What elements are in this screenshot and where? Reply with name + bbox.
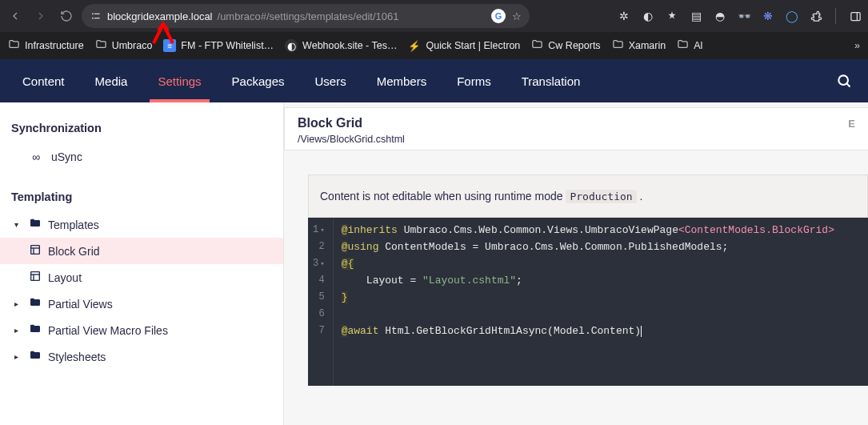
- template-icon: [29, 270, 42, 285]
- bookmark-item[interactable]: Al: [677, 38, 702, 53]
- extensions-menu-icon[interactable]: [808, 8, 824, 24]
- bookmark-item[interactable]: ⚡Quick Start | Electron: [408, 40, 520, 52]
- tree-item-stylesheets[interactable]: ▸Stylesheets: [0, 343, 283, 370]
- bookmark-item[interactable]: Xamarin: [612, 38, 666, 53]
- bookmark-label: Quick Start | Electron: [426, 40, 520, 51]
- bookmark-label: Webhook.site - Tes…: [302, 40, 397, 51]
- content-pane: Block Grid E /Views/BlockGrid.cshtml Con…: [284, 102, 868, 425]
- bookmark-item[interactable]: ≡FM - FTP Whitelist…: [163, 39, 274, 52]
- notice-post: .: [637, 190, 643, 202]
- ext-icon-2[interactable]: ◐: [640, 8, 656, 24]
- tree-item-block-grid[interactable]: Block Grid: [0, 238, 283, 264]
- folder-icon: [612, 38, 624, 53]
- bolt-icon: ⚡: [408, 40, 421, 52]
- bookmark-label: FM - FTP Whitelist…: [181, 40, 274, 51]
- caret-icon: ▾: [14, 220, 22, 229]
- svg-rect-4: [850, 12, 859, 20]
- nav-tab-members[interactable]: Members: [362, 59, 442, 102]
- bookmark-star-icon[interactable]: ☆: [512, 10, 522, 22]
- svg-point-2: [92, 18, 94, 19]
- nav-tab-settings[interactable]: Settings: [143, 59, 215, 102]
- ext-icon-8[interactable]: ◯: [784, 8, 800, 24]
- sidebar: Synchronization ∞ uSync Templating ▾Temp…: [0, 102, 284, 425]
- ext-icon-6[interactable]: 👓: [736, 8, 752, 24]
- nav-tab-content[interactable]: Content: [8, 59, 79, 102]
- google-icon[interactable]: G: [491, 9, 506, 23]
- readonly-notice: Content is not editable when using runti…: [308, 174, 868, 218]
- bookmarks-bar: InfrastructureUmbraco≡FM - FTP Whitelist…: [0, 32, 868, 59]
- bookmarks-overflow[interactable]: »: [854, 40, 860, 51]
- bookmark-label: Infrastructure: [25, 40, 84, 51]
- extensions-area: ✲ ◐ ▤ ◓ 👓 ❋ ◯: [616, 8, 863, 24]
- bookmark-item[interactable]: Cw Reports: [531, 38, 600, 53]
- caret-icon: ▸: [14, 299, 22, 308]
- url-domain: blockgridexample.local: [107, 10, 213, 22]
- ext-icon-4[interactable]: ▤: [688, 8, 704, 24]
- reload-button[interactable]: [56, 6, 77, 26]
- bookmark-item[interactable]: Infrastructure: [8, 38, 84, 53]
- site-settings-icon[interactable]: [90, 10, 102, 22]
- nav-tab-forms[interactable]: Forms: [442, 59, 506, 102]
- content-title-text: Block Grid: [298, 116, 362, 130]
- folder-icon: [29, 349, 42, 364]
- tree-item-label: Layout: [48, 271, 82, 284]
- tree-item-partial-view-macro-files[interactable]: ▸Partial View Macro Files: [0, 317, 283, 343]
- sidebar-section-sync: Synchronization: [0, 114, 283, 142]
- caret-icon: ▸: [14, 326, 22, 335]
- sidebar-section-templating: Templating: [0, 182, 283, 211]
- folder-icon: [29, 296, 42, 311]
- address-bar[interactable]: blockgridexample.local/umbraco#/settings…: [82, 4, 530, 28]
- sidebar-item-usync[interactable]: ∞ uSync: [0, 142, 283, 171]
- ext-icon-1[interactable]: ✲: [616, 8, 632, 24]
- code-lines: @inherits Umbraco.Cms.Web.Common.Views.U…: [334, 218, 868, 386]
- folder-icon: [531, 38, 543, 53]
- bookmark-item[interactable]: Umbraco: [95, 38, 153, 53]
- bookmark-label: Umbraco: [112, 40, 153, 51]
- tree-item-partial-views[interactable]: ▸Partial Views: [0, 291, 283, 317]
- folder-icon: [8, 38, 20, 53]
- tree-item-label: Stylesheets: [48, 351, 106, 363]
- globe-icon: ◐: [285, 39, 298, 52]
- nav-tab-translation[interactable]: Translation: [507, 59, 595, 102]
- content-path: /Views/BlockGrid.cshtml: [298, 134, 855, 145]
- svg-rect-1: [94, 14, 100, 14]
- gutter: 1▾23▾4567: [308, 218, 334, 386]
- content-title: Block Grid E: [298, 116, 855, 130]
- svg-line-7: [846, 83, 850, 86]
- nav-tab-users[interactable]: Users: [300, 59, 360, 102]
- bookmark-item[interactable]: ◐Webhook.site - Tes…: [285, 39, 397, 52]
- tree-item-templates[interactable]: ▾Templates: [0, 211, 283, 238]
- forward-button[interactable]: [30, 6, 51, 26]
- ext-icon-5[interactable]: ◓: [712, 8, 728, 24]
- content-right-indicator: E: [848, 118, 855, 130]
- template-icon: [29, 243, 42, 259]
- notice-pre: Content is not editable when using runti…: [320, 190, 566, 202]
- content-header: Block Grid E /Views/BlockGrid.cshtml: [284, 107, 868, 150]
- svg-rect-8: [31, 246, 40, 255]
- umbraco-nav: ContentMediaSettingsPackagesUsersMembers…: [0, 59, 868, 102]
- back-button[interactable]: [5, 6, 26, 26]
- nav-tab-media[interactable]: Media: [81, 59, 142, 102]
- ext-icon-3[interactable]: [664, 8, 680, 24]
- tree-item-label: Templates: [48, 219, 99, 231]
- folder-icon: [677, 38, 689, 53]
- caret-icon: ▸: [14, 352, 22, 361]
- gdoc-icon: ≡: [163, 39, 176, 52]
- ext-icon-7[interactable]: ❋: [760, 8, 776, 24]
- nav-tab-packages[interactable]: Packages: [218, 59, 299, 102]
- svg-point-0: [92, 13, 94, 14]
- nav-search-icon[interactable]: [828, 73, 860, 89]
- folder-icon: [29, 323, 42, 338]
- bookmark-label: Xamarin: [629, 40, 666, 51]
- bookmark-label: Al: [694, 40, 702, 51]
- tree-item-label: Partial Views: [48, 298, 113, 311]
- tree-item-label: Block Grid: [48, 245, 100, 258]
- url-path: /umbraco#/settings/templates/edit/1061: [218, 10, 399, 22]
- svg-point-6: [838, 75, 848, 85]
- sidepanel-icon[interactable]: [847, 8, 863, 24]
- tree-item-layout[interactable]: Layout: [0, 264, 283, 291]
- code-editor[interactable]: 1▾23▾4567 @inherits Umbraco.Cms.Web.Comm…: [308, 218, 868, 386]
- browser-toolbar: blockgridexample.local/umbraco#/settings…: [0, 0, 868, 32]
- svg-rect-3: [94, 18, 100, 18]
- folder-icon: [29, 217, 42, 232]
